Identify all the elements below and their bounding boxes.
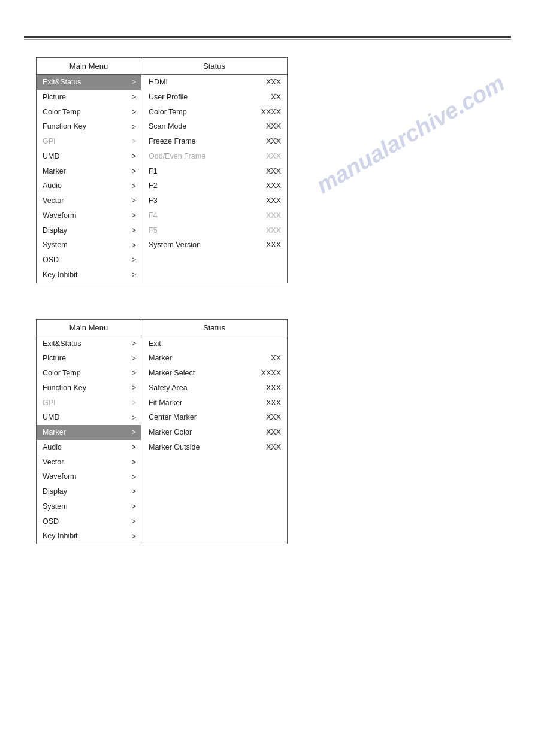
menu-item-arrow: > xyxy=(132,166,136,177)
status-label: Color Temp xyxy=(149,107,257,118)
status-label: F3 xyxy=(149,195,257,207)
menu-item-label: Display xyxy=(43,225,67,236)
menu-item-label: Color Temp xyxy=(43,368,81,379)
status-exit: Exit xyxy=(141,336,287,351)
menu-item-label: OSD xyxy=(43,254,59,266)
menu-item-arrow: > xyxy=(132,77,136,87)
menu-item-label: UMD xyxy=(43,412,59,423)
status-value: XXX xyxy=(257,442,281,453)
status-row: Marker ColorXXX xyxy=(141,425,287,440)
menu-item[interactable]: Audio> xyxy=(37,178,141,193)
menu-item-arrow: > xyxy=(132,122,136,132)
status-label: Fit Marker xyxy=(149,397,257,409)
status-value: XXX xyxy=(257,397,281,409)
menu-item-arrow: > xyxy=(132,353,136,364)
menu-item[interactable]: GPI> xyxy=(37,396,141,411)
status-label: Center Marker xyxy=(149,412,257,423)
status-panel-1: Status HDMIXXXUser ProfileXXColor TempXX… xyxy=(141,58,287,283)
menu-item-label: System xyxy=(43,501,68,512)
menu-item-label: Vector xyxy=(43,457,64,468)
status-row: Scan ModeXXX xyxy=(141,119,287,134)
menu-item[interactable]: Exit&Status> xyxy=(37,75,141,90)
status-row: F1XXX xyxy=(141,164,287,179)
menu-item-arrow: > xyxy=(132,457,136,467)
status-value: XXX xyxy=(257,210,281,221)
menu-item[interactable]: Exit&Status> xyxy=(37,336,141,351)
menu-item[interactable]: Key Inhibit> xyxy=(37,529,141,544)
status-value: XXX xyxy=(257,136,281,147)
menu-item-arrow: > xyxy=(132,397,136,408)
status-row: F5XXX xyxy=(141,223,287,238)
menu-item-arrow: > xyxy=(132,181,136,192)
main-menu-panel-2: Main Menu Exit&Status>Picture>Color Temp… xyxy=(37,320,141,544)
menu-section-1: Main Menu Exit&Status>Picture>Color Temp… xyxy=(36,57,288,283)
status-value: XXX xyxy=(257,166,281,177)
menu-item[interactable]: GPI> xyxy=(37,134,141,149)
menu-item[interactable]: System> xyxy=(37,238,141,253)
menu-item-arrow: > xyxy=(132,136,136,147)
menu-item[interactable]: OSD> xyxy=(37,253,141,268)
menu-item-arrow: > xyxy=(132,486,136,497)
status-row: User ProfileXX xyxy=(141,90,287,105)
status-value: XXX xyxy=(257,239,281,251)
menu-item[interactable]: Display> xyxy=(37,223,141,238)
menu-item[interactable]: Function Key> xyxy=(37,381,141,396)
menu-item[interactable]: Color Temp> xyxy=(37,366,141,381)
menu-item-label: Waveform xyxy=(43,210,77,221)
menu-item[interactable]: Picture> xyxy=(37,90,141,105)
menu-item-label: Picture xyxy=(43,353,66,364)
menu-item-arrow: > xyxy=(132,107,136,117)
status-panel-2: Status ExitMarkerXXMarker SelectXXXXSafe… xyxy=(141,320,287,544)
status-row: Center MarkerXXX xyxy=(141,410,287,425)
menu-item[interactable]: Vector> xyxy=(37,193,141,208)
status-value: XXX xyxy=(257,412,281,423)
status-row: HDMIXXX xyxy=(141,75,287,90)
status-label: Odd/Even Frame xyxy=(149,151,257,162)
menu-item-arrow: > xyxy=(132,382,136,393)
status-label: Marker Color xyxy=(149,427,257,438)
menu-item-label: Marker xyxy=(43,166,66,177)
menu-item-arrow: > xyxy=(132,92,136,102)
menu-item[interactable]: UMD> xyxy=(37,410,141,425)
menu-item-label: Marker xyxy=(43,427,66,438)
status-label: Marker Outside xyxy=(149,442,257,453)
menu-item-label: Exit&Status xyxy=(43,338,81,350)
menu-item-label: System xyxy=(43,239,68,251)
status-row: MarkerXX xyxy=(141,351,287,366)
status-label: Scan Mode xyxy=(149,121,257,132)
menu-item[interactable]: Audio> xyxy=(37,440,141,455)
menu-item[interactable]: Picture> xyxy=(37,351,141,366)
menu-item[interactable]: Key Inhibit> xyxy=(37,268,141,283)
menu-item[interactable]: Waveform> xyxy=(37,469,141,484)
menu-item[interactable]: Waveform> xyxy=(37,208,141,223)
status-value: XXX xyxy=(257,225,281,236)
status-row: Safety AreaXXX xyxy=(141,381,287,396)
status-label: Marker Select xyxy=(149,368,257,379)
menu-item[interactable]: Marker> xyxy=(37,425,141,440)
menu-item-arrow: > xyxy=(132,254,136,265)
menu-item-label: Display xyxy=(43,486,67,497)
menu-item[interactable]: UMD> xyxy=(37,149,141,164)
status-value: XXX xyxy=(257,151,281,162)
menu-item[interactable]: Color Temp> xyxy=(37,105,141,120)
menu-item[interactable]: Marker> xyxy=(37,164,141,179)
menu-item[interactable]: Vector> xyxy=(37,455,141,470)
status-label: Marker xyxy=(149,353,257,364)
menu-item-arrow: > xyxy=(132,472,136,482)
status-value: XXX xyxy=(257,382,281,394)
status-header-1: Status xyxy=(141,58,287,75)
menu-item-arrow: > xyxy=(132,240,136,251)
menu-item[interactable]: OSD> xyxy=(37,514,141,529)
menu-item[interactable]: Function Key> xyxy=(37,119,141,134)
main-menu-panel-1: Main Menu Exit&Status>Picture>Color Temp… xyxy=(37,58,141,283)
menu-item-arrow: > xyxy=(132,368,136,378)
status-label: F5 xyxy=(149,225,257,236)
status-row: System VersionXXX xyxy=(141,238,287,253)
menu-item-label: Function Key xyxy=(43,382,86,394)
menu-item[interactable]: System> xyxy=(37,499,141,514)
menu-item-label: UMD xyxy=(43,151,59,162)
menu-item[interactable]: Display> xyxy=(37,484,141,499)
status-value: XX xyxy=(257,92,281,103)
menu-item-arrow: > xyxy=(132,442,136,453)
menu-item-label: Function Key xyxy=(43,121,86,132)
